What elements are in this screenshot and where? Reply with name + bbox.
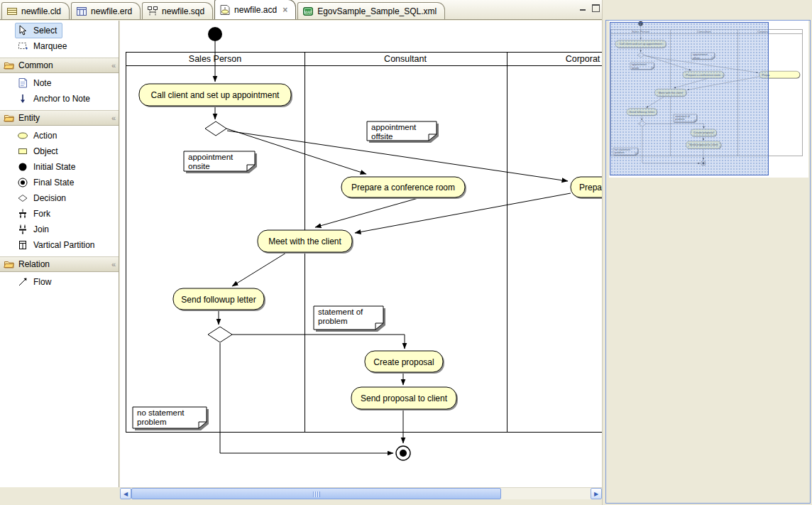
palette-tool-decision[interactable]: Decision [0,190,119,206]
right-scroll-arrow-icon[interactable]: ▶ [591,488,602,499]
palette-tool-label: Initial State [33,162,75,172]
initial-state-icon [17,161,28,173]
palette-tool-label: Final State [33,178,74,188]
svg-text:MAP: MAP [304,9,313,13]
palette-tool-content: Anchor to Note [15,91,96,107]
folder-icon [4,60,15,71]
node-send-followup-letter[interactable]: Send followup letter [173,288,265,311]
node-decision-2[interactable] [208,327,232,342]
node-note-statement-of-problem[interactable]: statement ofproblem [314,306,385,332]
node-note-appointment-offsite[interactable]: appointmentoffsite [367,121,439,143]
marquee-icon [17,40,28,52]
palette-tool-fork[interactable]: Fork [0,206,119,222]
pin-collapse-icon[interactable]: « [111,260,115,268]
palette-group-label: Relation [18,259,50,269]
palette-tool-final-state[interactable]: Final State [0,175,119,190]
scrollbar-thumb[interactable] [131,488,501,499]
close-icon[interactable]: × [282,5,287,15]
outline-viewport[interactable] [610,22,769,175]
decision-icon [17,192,28,204]
palette-tool-label: Decision [33,193,66,203]
select-cursor-icon [17,25,28,36]
palette-tool-action[interactable]: Action [0,128,119,143]
palette-tool-label: Join [33,224,49,234]
tab-label: newfile.acd [234,5,277,15]
palette-tool-join[interactable]: Join [0,222,119,237]
node-meet-with-client[interactable]: Meet with the client [258,230,353,254]
minimize-icon[interactable] [579,4,587,11]
palette-group-relation[interactable]: Relation« [0,256,119,272]
action-icon [17,130,28,141]
swimlane-grid[interactable] [126,52,602,432]
editor-window-buttons [579,4,600,11]
palette-tool-anchor-to-note[interactable]: Anchor to Note [0,91,119,107]
node-decision-1[interactable] [205,121,226,136]
node-send-proposal-to-client[interactable]: Send proposal to client [351,387,458,411]
palette-tool-object[interactable]: Object [0,143,119,159]
lane-label-consultant[interactable]: Consultant [384,54,427,64]
note-icon [17,77,28,89]
palette-tool-content: Note [15,75,57,91]
palette-tool-content: Object [15,143,64,159]
node-prepare-conference-room[interactable]: Prepare a conference room [341,177,466,199]
editor-tab-newfile-acd[interactable]: newfile.acd× [214,0,296,19]
action-label: Prepare a conference room [351,183,455,192]
palette-tool-content: Join [15,222,55,237]
folder-icon [4,259,15,270]
anchor-icon [17,93,28,104]
flow-meet-to-followup[interactable] [232,253,286,286]
palette-tool-content: Vartical Partition [15,237,100,253]
flow-prepare2-to-meet[interactable] [355,193,571,233]
palette-group-label: Common [18,60,53,70]
palette-tool-label: Note [33,78,51,88]
diagram-canvas[interactable]: Sales PersonConsultantCorporatCall clien… [120,21,602,487]
editor-tabs: newfile.cldnewfile.erdnewfile.sqdnewfile… [1,0,446,19]
palette-tool-content: Initial State [15,159,81,175]
palette-tool-label: Flow [33,277,51,287]
final-state-icon [17,177,28,188]
application-window: newfile.cldnewfile.erdnewfile.sqdnewfile… [0,0,812,505]
lane-label-corporat[interactable]: Corporat [566,54,600,64]
palette-group-entity[interactable]: Entity« [0,110,119,126]
palette-tool-label: Vartical Partition [33,240,94,250]
map-xml-icon: MAP [302,6,314,17]
vpartition-icon [17,239,28,251]
node-create-proposal[interactable]: Create proposal [365,351,444,374]
palette-tool-label: Select [33,26,57,36]
node-note-no-statement-problem[interactable]: no statementproblem [133,407,209,430]
node-initial-state[interactable] [208,27,222,41]
action-label: Create proposal [373,357,434,367]
editor-tab-egovsample-sample-sql-xml[interactable]: MAPEgovSample_Sample_SQL.xml [297,2,445,19]
join-icon [17,224,28,235]
flow-icon [17,276,28,288]
activity-diagram: Sales PersonConsultantCorporatCall clien… [120,21,602,487]
node-final-state[interactable] [396,446,410,460]
node-prepare-clipped[interactable]: Prepa [571,177,602,199]
palette-tool-note[interactable]: Note [0,75,119,91]
palette-tool-marquee[interactable]: Marquee [0,38,119,54]
palette-tool-select[interactable]: Select [0,23,119,38]
flow-decision2-to-create[interactable] [232,335,405,349]
palette-tool-content: Action [15,128,62,143]
horizontal-scrollbar: ◀ ▶ [120,487,602,499]
palette-tool-flow[interactable]: Flow [0,274,119,290]
left-scroll-arrow-icon[interactable]: ◀ [120,488,131,499]
pin-collapse-icon[interactable]: « [111,61,115,70]
pin-collapse-icon[interactable]: « [111,114,115,122]
palette-group-common[interactable]: Common« [0,58,119,73]
palette-tool-vartical-partition[interactable]: Vartical Partition [0,237,119,253]
scrollbar-grip [313,492,320,497]
action-label: Call client and set up appointment [151,90,280,100]
editor-tab-newfile-sqd[interactable]: newfile.sqd [142,2,213,19]
palette-tool-initial-state[interactable]: Initial State [0,159,119,175]
maximize-icon[interactable] [592,4,600,11]
editor-tab-newfile-cld[interactable]: newfile.cld [1,2,70,19]
object-icon [17,146,28,157]
editor-tab-newfile-erd[interactable]: newfile.erd [71,2,141,19]
node-note-appointment-onsite[interactable]: appointmentonsite [184,151,257,173]
flow-prepare-to-meet[interactable] [315,198,418,227]
palette-tool-content: Marquee [15,38,72,54]
node-call-client[interactable]: Call client and set up appointment [139,84,292,107]
scrollbar-track[interactable] [131,488,591,499]
tab-label: newfile.sqd [162,6,204,16]
